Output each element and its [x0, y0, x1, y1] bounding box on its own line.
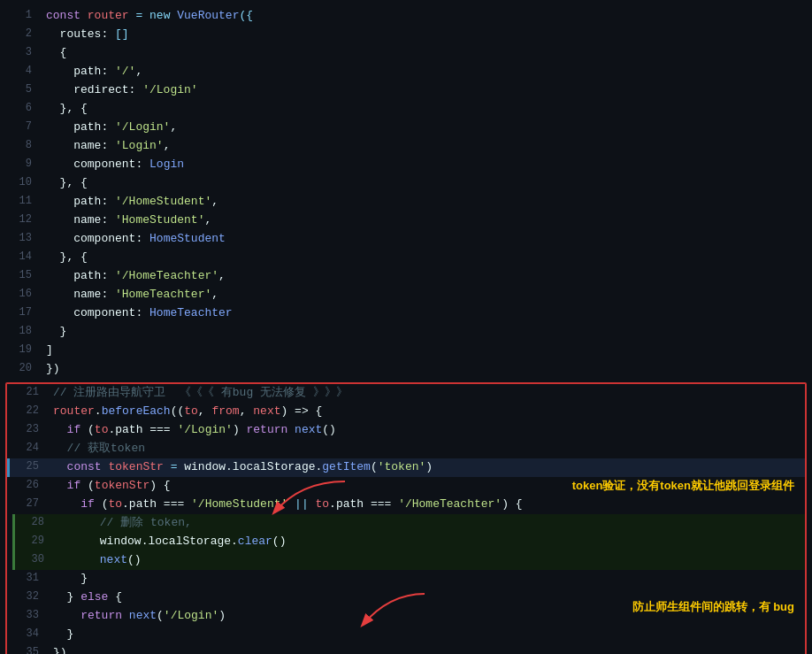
- code-line: 6 }, {: [0, 100, 812, 119]
- code-line: 34 }: [7, 626, 805, 644]
- code-line: 14 }, {: [0, 249, 812, 267]
- code-line: 30 next(): [12, 551, 805, 570]
- code-line: 17 component: HomeTeachter: [0, 304, 812, 323]
- code-line: 29 window.localStorage.clear(): [12, 533, 805, 551]
- code-line-highlighted: 25 const tokenStr = window.localStorage.…: [7, 458, 805, 477]
- code-line: 5 redirect: '/Login': [0, 81, 812, 100]
- code-line: 31 }: [7, 570, 805, 589]
- code-line: 7 path: '/Login',: [0, 119, 812, 137]
- code-line: 11 path: '/HomeStudent',: [0, 193, 812, 212]
- code-line: 23 if (to.path === '/Login') return next…: [7, 421, 805, 440]
- code-line: 22 router.beforeEach((to, from, next) =>…: [7, 403, 805, 421]
- code-line: 28 // 删除 token,: [12, 514, 805, 533]
- code-line: 2 routes: []: [0, 26, 812, 44]
- code-line: 18 }: [0, 323, 812, 342]
- code-line: 16 name: 'HomeTeachter',: [0, 286, 812, 304]
- code-line: 21 // 注册路由导航守卫 《《《 有bug 无法修复 》》》: [7, 384, 805, 403]
- code-section-top: 1 const router = new VueRouter({ 2 route…: [0, 7, 812, 379]
- code-line: 35 }): [7, 644, 805, 654]
- code-line: 27 if (to.path === '/HomeStudent' || to.…: [7, 496, 805, 514]
- code-line: 19 ]: [0, 342, 812, 360]
- code-line: 8 name: 'Login',: [0, 137, 812, 156]
- code-line: 20 }): [0, 360, 812, 379]
- code-line: 24 // 获取token: [7, 440, 805, 458]
- code-line: 26 if (tokenStr) {: [7, 477, 805, 496]
- code-editor: 1 const router = new VueRouter({ 2 route…: [0, 0, 812, 654]
- code-line: 4 path: '/',: [0, 63, 812, 81]
- red-border-section: 21 // 注册路由导航守卫 《《《 有bug 无法修复 》》》 22 rout…: [5, 382, 807, 654]
- code-line: 1 const router = new VueRouter({: [0, 7, 812, 26]
- code-line: 12 name: 'HomeStudent',: [0, 212, 812, 230]
- code-line: 33 return next('/Login'): [7, 607, 805, 626]
- code-line: 9 component: Login: [0, 156, 812, 174]
- code-line: 3 {: [0, 44, 812, 63]
- code-line: 10 }, {: [0, 174, 812, 193]
- code-line: 32 } else {: [7, 589, 805, 607]
- code-line: 13 component: HomeStudent: [0, 230, 812, 249]
- code-line: 15 path: '/HomeTeachter',: [0, 267, 812, 286]
